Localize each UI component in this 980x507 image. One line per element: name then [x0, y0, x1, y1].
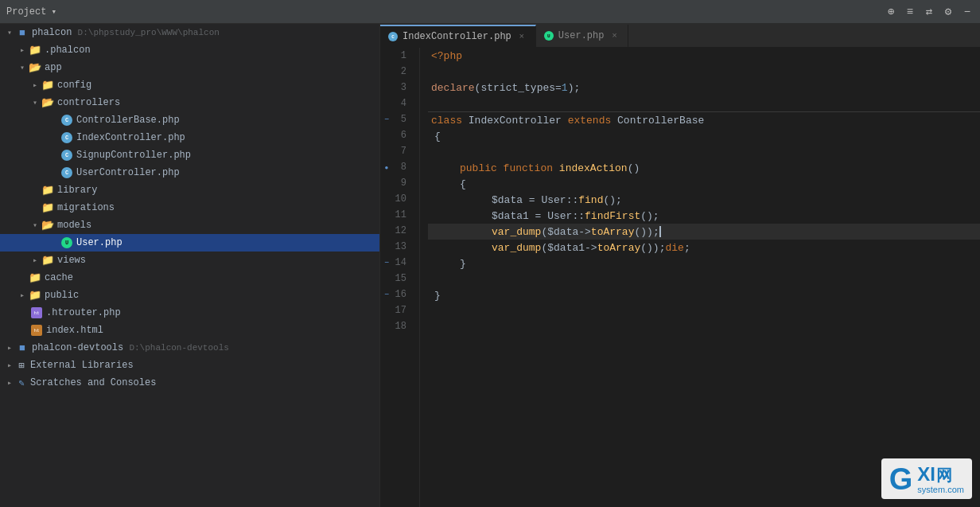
line-num-13: 13 — [380, 239, 413, 255]
tab-close-button[interactable]: × — [609, 30, 620, 41]
folder-icon: 📁 — [41, 79, 54, 92]
settings-icon[interactable]: ⚙ — [942, 6, 955, 18]
tree-label: public — [45, 290, 79, 301]
project-label: Project — [6, 6, 46, 18]
tree-arrow: ▸ — [29, 79, 41, 92]
tree-label: .htrouter.php — [46, 307, 121, 318]
tree-label: config — [57, 80, 91, 91]
tree-item-indexhtml[interactable]: ▸ ht index.html — [0, 322, 379, 339]
breakpoint-icon[interactable]: ● — [382, 162, 391, 172]
tree-item-controllerbase[interactable]: ▸ C ControllerBase.php — [0, 111, 379, 129]
tree-arrow: ▸ — [16, 44, 29, 57]
line-num-16: −16 — [380, 287, 413, 302]
tab-close-button[interactable]: × — [516, 31, 527, 42]
tree-item-controllers[interactable]: ▾ 📂 controllers — [0, 94, 379, 111]
tab-indexcontroller[interactable]: C IndexController.php × — [380, 25, 536, 47]
line-num-18: 18 — [380, 318, 413, 334]
folder-icon: ■ — [16, 26, 29, 39]
fold-icon[interactable]: − — [382, 258, 391, 267]
tree-item-app[interactable]: ▾ 📂 app — [0, 59, 379, 76]
tree-item-signupcontroller[interactable]: ▸ C SignupController.php — [0, 146, 379, 164]
tree-item-config[interactable]: ▸ 📁 config — [0, 76, 379, 94]
code-line-4 — [428, 96, 980, 111]
tree-item-usercontroller[interactable]: ▸ C UserController.php — [0, 164, 379, 181]
tab-file-icon: C — [388, 32, 398, 41]
tree-arrow: ▾ — [3, 26, 16, 39]
tree-item-library[interactable]: ▸ 📁 library — [0, 181, 379, 199]
tree-item-public[interactable]: ▸ 📁 public — [0, 287, 379, 304]
line-num-10: 10 — [380, 191, 413, 207]
tree-path: D:\phpstudy_pro\WWW\phalcon — [78, 28, 220, 37]
code-line-15 — [428, 271, 980, 287]
fold-icon[interactable]: − — [382, 115, 391, 124]
code-line-14: } — [428, 255, 980, 271]
htaccess-icon: ht — [30, 306, 43, 319]
tree-item-migrations[interactable]: ▸ 📁 migrations — [0, 199, 379, 216]
title-bar-right: ⊕ ≡ ⇄ ⚙ − — [885, 6, 974, 18]
folder-open-icon: 📂 — [41, 219, 54, 232]
project-dropdown[interactable]: ▾ — [51, 6, 56, 17]
project-tree: ▾ ■ phalcon D:\phpstudy_pro\WWW\phalcon … — [0, 24, 380, 507]
folder-icon: 📁 — [41, 254, 54, 267]
tree-item-devtools[interactable]: ▸ ■ phalcon-devtools D:\phalcon-devtools — [0, 339, 379, 357]
tree-arrow: ▸ — [3, 341, 16, 354]
watermark-url: system.com — [917, 485, 964, 494]
add-icon[interactable]: ⊕ — [885, 6, 897, 18]
tab-bar: C IndexController.php × U User.php × — [380, 24, 980, 48]
code-line-12: var_dump($data->toArray()); — [428, 224, 980, 240]
php-file-icon: C — [60, 166, 73, 179]
tree-label: .phalcon — [45, 45, 91, 56]
tree-item-external-libs[interactable]: ▸ ⊞ External Libraries — [0, 357, 379, 374]
tree-label: index.html — [46, 325, 103, 336]
watermark-right: XI 网 system.com — [917, 463, 964, 494]
tree-item-scratches[interactable]: ▸ ✎ Scratches and Consoles — [0, 374, 379, 392]
code-line-5: class IndexController extends Controller… — [428, 112, 980, 128]
php-file-icon: C — [60, 149, 73, 162]
code-line-8: public function indexAction() — [428, 160, 980, 176]
tab-user[interactable]: U User.php × — [536, 25, 629, 47]
php-file-icon: C — [60, 114, 73, 127]
tree-item-phalcon-dir[interactable]: ▸ 📁 .phalcon — [0, 41, 379, 59]
watermark: G XI 网 system.com — [881, 458, 972, 499]
folder-open-icon: 📂 — [41, 96, 54, 109]
folder-icon: 📁 — [29, 271, 41, 284]
main-layout: ▾ ■ phalcon D:\phpstudy_pro\WWW\phalcon … — [0, 24, 980, 507]
line-num-9: 9 — [380, 175, 413, 191]
tree-item-views[interactable]: ▸ 📁 views — [0, 252, 379, 269]
tree-label: library — [57, 185, 97, 196]
tree-label: Scratches and Consoles — [30, 377, 156, 388]
code-line-9: { — [428, 176, 980, 192]
minimize-icon[interactable]: − — [961, 6, 974, 18]
list-icon[interactable]: ≡ — [904, 6, 916, 18]
code-line-3: declare(strict_types=1); — [428, 80, 980, 96]
tree-label: phalcon — [32, 27, 78, 38]
code-line-1: <?php — [428, 48, 980, 64]
tree-item-user[interactable]: ▸ U User.php — [0, 234, 379, 252]
tree-label: migrations — [57, 202, 115, 213]
line-num-7: 7 — [380, 143, 413, 159]
tree-path: D:\phalcon-devtools — [129, 343, 228, 353]
code-content[interactable]: <?php declare(strict_types=1); class Ind… — [420, 48, 980, 507]
watermark-net: 网 — [936, 465, 952, 486]
line-numbers: 1 2 3 4 −5 6 7 ●8 9 10 11 12 13 −14 — [380, 48, 420, 507]
tree-label: ControllerBase.php — [76, 115, 180, 126]
tree-arrow: ▾ — [16, 61, 29, 74]
tree-item-models[interactable]: ▾ 📂 models — [0, 216, 379, 234]
tab-file-icon: U — [544, 31, 554, 41]
line-num-6: 6 — [380, 127, 413, 143]
title-bar-left: Project ▾ — [6, 6, 56, 18]
tree-item-cache[interactable]: ▸ 📁 cache — [0, 269, 379, 287]
editor-area: C IndexController.php × U User.php × 1 2… — [380, 24, 980, 507]
line-num-12: 12 — [380, 223, 413, 239]
code-line-11: $data1 = User::findFirst(); — [428, 208, 980, 224]
tree-item-indexcontroller[interactable]: ▸ C IndexController.php — [0, 129, 379, 146]
tree-item-phalcon-root[interactable]: ▾ ■ phalcon D:\phpstudy_pro\WWW\phalcon — [0, 24, 379, 41]
declare-kw: declare — [431, 82, 475, 94]
swap-icon[interactable]: ⇄ — [923, 6, 935, 18]
tree-label: External Libraries — [30, 360, 134, 371]
line-num-1: 1 — [380, 48, 413, 64]
tree-item-htrouter[interactable]: ▸ ht .htrouter.php — [0, 304, 379, 322]
library-icon: ⊞ — [16, 360, 27, 371]
code-line-2 — [428, 64, 980, 80]
fold-icon[interactable]: − — [382, 290, 391, 299]
